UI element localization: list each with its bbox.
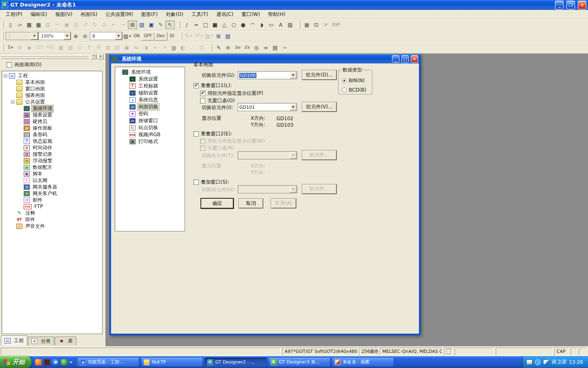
settings-tree-item[interactable]: + 辅助设置 (115, 90, 185, 96)
dropdown-arrow-icon[interactable] (290, 104, 296, 110)
id-label[interactable]: ID (167, 32, 177, 40)
superimpose-window-checkbox[interactable] (194, 180, 199, 185)
tree-item[interactable]: ▥ 报警记录 (2, 151, 102, 157)
next-screen-icon[interactable]: → (118, 20, 128, 29)
settings-tree-item[interactable]: ▦ 打印格式 (115, 138, 185, 145)
tree-item[interactable]: 报表画面 (2, 92, 102, 99)
taskbar-task[interactable]: e 功能页面 - 工控... (77, 357, 139, 367)
tree-item[interactable]: ✉ 邮件 (2, 197, 102, 203)
panel-close-button[interactable]: ✕ (98, 54, 104, 59)
data-view-icon[interactable]: ▤ (137, 20, 147, 29)
tree-item[interactable]: ⊞ 网关客户机 (2, 190, 102, 197)
zoom-in-icon[interactable]: ⊕ (71, 32, 80, 40)
scale-icon[interactable]: ▭ (267, 20, 276, 29)
hide-icons-chevron[interactable] (535, 359, 541, 365)
select-cursor-icon[interactable]: ↖ (165, 20, 175, 29)
jump-icon[interactable]: ⇒ (280, 43, 289, 52)
tree-item[interactable]: ▤ 数据配方 (2, 164, 102, 171)
settings-tree-item[interactable]: RGB 视频/RGB (115, 131, 185, 138)
tree-item[interactable]: 8T 部件 (2, 216, 102, 223)
clock-icon[interactable]: ⊙ (75, 43, 85, 52)
tree-item[interactable]: ⊙ 时间动作 (2, 144, 102, 151)
overlap1-switch-device-combo[interactable]: GD101 (238, 103, 297, 111)
ascii-display-icon[interactable]: ASC (45, 43, 56, 52)
library-editor-icon[interactable]: ✎ (214, 43, 223, 52)
bcd-radio[interactable] (342, 88, 347, 92)
restore-button[interactable]: ❐ (566, 1, 575, 9)
zoom-out-icon[interactable]: ⊖ (80, 32, 90, 40)
on-label[interactable]: ON (132, 32, 141, 40)
undo-icon[interactable]: ↺ (81, 20, 90, 29)
device-v-button[interactable]: 软元件(V)... (302, 102, 336, 112)
screen-image-icon[interactable]: ⊞ (128, 20, 137, 29)
date-display-icon[interactable]: ▦ (56, 43, 66, 52)
lamp-icon[interactable]: ◉ (24, 43, 34, 52)
paste-icon[interactable]: ▤ (71, 20, 81, 29)
menu-item[interactable]: 窗口(W) (237, 10, 264, 19)
start-button[interactable]: 开始 (0, 356, 31, 368)
word-comment-icon[interactable]: W (94, 43, 103, 52)
device-d-button[interactable]: 软元件(D)... (302, 70, 336, 80)
time-display-icon[interactable]: ▧ (66, 43, 75, 52)
bin-radio[interactable] (342, 78, 347, 83)
find-device-icon[interactable]: ∞ (261, 43, 270, 52)
cascade-windows-icon[interactable]: ▣ (147, 20, 156, 29)
pen-color-icon[interactable]: ✎ (184, 32, 194, 40)
data-browser-icon[interactable]: ≡ (223, 43, 233, 52)
keyboard-icon[interactable]: ▤ (270, 43, 280, 52)
settings-tree-item[interactable]: T 工程标题 (115, 83, 185, 90)
cut-icon[interactable]: ✂ (53, 20, 62, 29)
new-file-icon[interactable]: ▯ (6, 20, 15, 29)
screen-preview-icon[interactable]: ◎ (252, 43, 261, 52)
tree-item[interactable]: FTP FTP (2, 203, 102, 210)
paint-color-icon[interactable]: ▨ (122, 32, 132, 40)
parts-display-icon[interactable]: ▣ (122, 43, 131, 52)
network-icon[interactable] (543, 359, 549, 365)
tree-item[interactable]: ▤ 硬拷贝 (2, 118, 102, 125)
specify-position1-checkbox[interactable] (200, 91, 205, 96)
text-icon[interactable]: A (276, 20, 285, 29)
taskbar-task[interactable]: G GT Designer3 未... (268, 357, 330, 367)
no-window-bar1-checkbox[interactable] (200, 98, 205, 103)
draft-pen-icon[interactable]: ✎ (156, 20, 165, 29)
internet-explorer-icon[interactable]: e (52, 359, 59, 366)
tree-item[interactable]: 基本画面 (2, 79, 102, 85)
settings-tree-item[interactable]: ↻ 站点切换 (115, 124, 185, 131)
settings-tree-item[interactable]: ⇄ 画面切换 (115, 103, 185, 110)
menu-item[interactable]: 视图(V) (51, 10, 77, 19)
screen-number-combo[interactable]: 1 (6, 32, 38, 40)
fill-area-icon[interactable]: ■ (302, 20, 312, 29)
print-preview-icon[interactable]: ◎ (100, 20, 109, 29)
keyboard-icon[interactable] (526, 359, 532, 365)
snap-combo[interactable]: 8 (90, 32, 122, 40)
numerical-display-icon[interactable]: 123 (34, 43, 45, 52)
print-icon[interactable]: ▥ (43, 20, 53, 29)
redo-icon[interactable]: ↻ (90, 20, 100, 29)
overlap-window2-checkbox[interactable] (194, 131, 199, 137)
menu-item[interactable]: 编辑(E) (27, 10, 51, 19)
workspace-tab[interactable]: ▤ 工程 (1, 335, 27, 346)
sector-icon[interactable]: ◗ (257, 20, 267, 29)
polyline-icon[interactable]: ≈ (192, 20, 201, 29)
stamp-dropdown[interactable]: S (6, 43, 15, 52)
media-app-icon[interactable] (61, 359, 67, 366)
panelmeter-icon[interactable]: ◑ (141, 43, 150, 52)
import-icon[interactable]: Im (233, 43, 242, 52)
menu-item[interactable]: 公共设置(M) (101, 10, 137, 19)
dxf-icon[interactable]: DXF (330, 20, 342, 29)
expander-icon[interactable] (11, 100, 15, 104)
paint-brush-icon[interactable]: ▨ (285, 20, 295, 29)
menu-item[interactable]: 图形(F) (137, 10, 162, 19)
screen-call-checkbox[interactable] (7, 62, 12, 67)
minimize-button[interactable]: _ (555, 1, 564, 9)
tree-item[interactable]: 条形码 (2, 131, 102, 138)
tree-item[interactable]: ? 状态监视 (2, 138, 102, 144)
line-graph-icon[interactable]: ↗ (160, 43, 169, 52)
settings-tree-item[interactable]: 45 按键窗口 (115, 117, 185, 124)
sp-style-icon[interactable]: SP (194, 32, 205, 40)
expander-icon[interactable] (4, 74, 7, 78)
tree-item[interactable]: 公共设置 (2, 99, 102, 105)
tree-item[interactable]: 窗口画面 (2, 85, 102, 92)
tree-item[interactable]: ♪ 声音文件 (2, 223, 102, 229)
cancel-button[interactable]: 取消 (239, 199, 263, 208)
